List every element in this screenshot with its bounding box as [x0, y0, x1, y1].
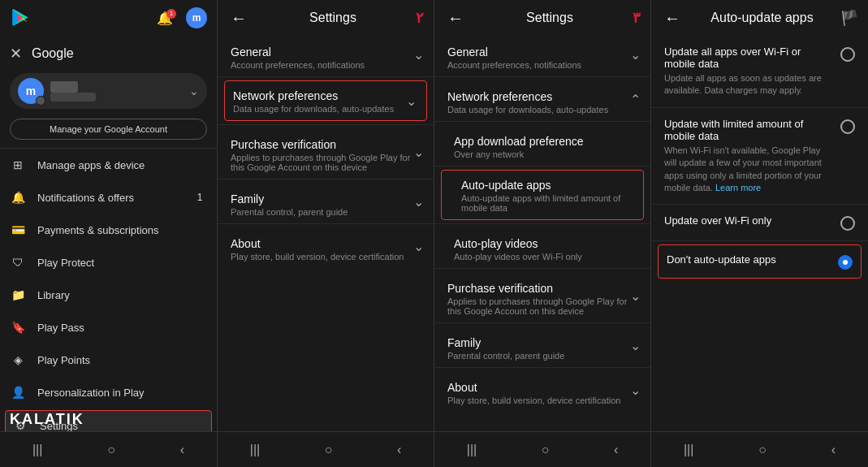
account-chevron-icon: ⌄	[189, 84, 199, 97]
divider	[434, 268, 650, 269]
panel4-bottom-nav: ||| ○ ‹	[651, 431, 868, 467]
option-dont-update[interactable]: Don't auto-update apps	[658, 244, 862, 279]
menu-label: Payments & subscriptions	[37, 224, 207, 236]
nav-home-button[interactable]: ○	[745, 436, 779, 464]
menu-label: Play Protect	[37, 257, 207, 269]
menu-item-library[interactable]: 📁 Library	[0, 279, 217, 311]
nav-back-button[interactable]: ‹	[601, 436, 631, 464]
chevron-down-icon: ⌄	[413, 47, 424, 63]
chevron-down-icon: ⌄	[630, 338, 641, 353]
section-subtitle: Parental control, parent guide	[231, 207, 421, 217]
menu-item-manage-apps[interactable]: ⊞ Manage apps & device	[0, 149, 217, 181]
menu-item-play-pass[interactable]: 🔖 Play Pass	[0, 311, 217, 344]
back-button[interactable]: ←	[444, 6, 467, 31]
panel-google-sidebar: 🔔 1 m ✕ Google m •••••••• ••••••••••••••…	[0, 0, 218, 467]
flag-icon: ۳	[633, 9, 641, 27]
nav-back-button[interactable]: ‹	[167, 436, 197, 464]
back-button[interactable]: ←	[661, 6, 684, 31]
section-family[interactable]: Family Parental control, parent guide ⌄	[218, 183, 434, 220]
section-title: Network preferences	[447, 90, 637, 103]
radio-text: Don't auto-update apps	[667, 253, 830, 266]
panel-settings-main: ← Settings ۲ General Account preferences…	[218, 0, 434, 467]
menu-item-personalization[interactable]: 👤 Personalization in Play	[0, 376, 217, 409]
nav-menu-button[interactable]: |||	[237, 436, 273, 464]
radio-row: Update over Wi-Fi only	[664, 214, 855, 231]
section-general[interactable]: General Account preferences, notificatio…	[434, 36, 650, 73]
section-title: Family	[231, 192, 421, 205]
settings-title: Settings	[250, 11, 416, 25]
nav-menu-button[interactable]: |||	[671, 436, 706, 464]
section-title: About	[231, 237, 421, 250]
panel-title: Google	[32, 46, 74, 61]
section-general[interactable]: General Account preferences, notificatio…	[218, 36, 434, 73]
menu-item-notifications[interactable]: 🔔 Notifications & offers 1	[0, 181, 217, 214]
nav-back-button[interactable]: ‹	[818, 436, 849, 464]
section-autoplay[interactable]: Auto-play videos Auto-play videos over W…	[434, 227, 650, 265]
settings-top-bar: ← Settings ۳	[434, 0, 650, 36]
settings-sections: General Account preferences, notificatio…	[218, 36, 434, 467]
chevron-up-icon: ⌃	[630, 92, 641, 107]
section-subtitle: Over any network	[454, 149, 637, 159]
section-subtitle: Account preferences, notifications	[231, 60, 421, 70]
radio-circle[interactable]	[840, 216, 855, 231]
nav-menu-button[interactable]: |||	[454, 436, 490, 464]
flag-icon: 🏴	[840, 9, 858, 27]
settings-title: Settings	[467, 11, 633, 25]
nav-home-button[interactable]: ○	[312, 436, 346, 464]
radio-row: Update with limited amount of mobile dat…	[664, 118, 855, 195]
option-title: Update with limited amount of mobile dat…	[664, 118, 832, 142]
nav-home-button[interactable]: ○	[94, 436, 128, 464]
settings-sections: General Account preferences, notificatio…	[434, 36, 650, 467]
option-subtitle: Update all apps as soon as updates are a…	[664, 72, 832, 97]
divider	[434, 76, 650, 77]
nav-menu-button[interactable]: |||	[19, 436, 55, 464]
bookmark-icon: 🔖	[10, 319, 26, 335]
chevron-down-icon: ⌄	[406, 93, 417, 109]
option-wifi-or-mobile[interactable]: Update all apps over Wi-Fi or mobile dat…	[651, 36, 868, 108]
option-limited-mobile[interactable]: Update with limited amount of mobile dat…	[651, 108, 868, 205]
section-subtitle: Account preferences, notifications	[447, 60, 637, 70]
manage-account-button[interactable]: Manage your Google Account	[10, 119, 207, 140]
chevron-down-icon: ⌄	[413, 145, 424, 160]
chevron-down-icon: ⌄	[630, 47, 641, 63]
menu-label: Play Pass	[37, 322, 207, 334]
section-app-download[interactable]: App download preference Over any network	[434, 125, 650, 162]
option-wifi-only[interactable]: Update over Wi-Fi only	[651, 205, 868, 241]
section-auto-update[interactable]: Auto-update apps Auto-update apps with l…	[441, 170, 644, 220]
back-button[interactable]: ←	[227, 6, 250, 31]
section-about[interactable]: About Play store, build version, device …	[218, 227, 434, 265]
panel2-bottom-nav: ||| ○ ‹	[218, 431, 434, 467]
learn-more-link[interactable]: Learn more	[715, 183, 761, 192]
section-title: Network preferences	[233, 89, 418, 102]
nav-home-button[interactable]: ○	[529, 436, 563, 464]
section-title: General	[231, 45, 421, 58]
section-purchase[interactable]: Purchase verification Applies to purchas…	[218, 128, 434, 175]
menu-label: Notifications & offers	[37, 192, 192, 204]
section-purchase[interactable]: Purchase verification Applies to purchas…	[434, 272, 650, 319]
divider	[218, 124, 434, 125]
section-subtitle: Applies to purchases through Google Play…	[447, 296, 637, 316]
radio-circle-selected[interactable]	[838, 255, 853, 270]
menu-item-payments[interactable]: 💳 Payments & subscriptions	[0, 214, 217, 246]
close-button[interactable]: ✕	[10, 45, 22, 63]
account-row[interactable]: m •••••••• •••••••••••••••• ⌄	[10, 73, 207, 109]
radio-row: Update all apps over Wi-Fi or mobile dat…	[664, 45, 855, 97]
section-network[interactable]: Network preferences Data usage for downl…	[434, 80, 650, 118]
account-name: ••••••••	[50, 81, 189, 93]
radio-circle[interactable]	[840, 47, 855, 62]
section-family[interactable]: Family Parental control, parent guide ⌄	[434, 326, 650, 364]
radio-text: Update all apps over Wi-Fi or mobile dat…	[664, 45, 832, 97]
section-title: Auto-update apps	[461, 179, 635, 192]
radio-circle[interactable]	[840, 119, 855, 134]
menu-item-play-protect[interactable]: 🛡 Play Protect	[0, 246, 217, 279]
section-title: About	[447, 381, 637, 394]
menu-item-play-points[interactable]: ◈ Play Points	[0, 344, 217, 376]
nav-back-button[interactable]: ‹	[384, 436, 414, 464]
section-about[interactable]: About Play store, build version, device …	[434, 371, 650, 409]
kalatik-brand: KALATIK	[10, 411, 84, 428]
chevron-down-icon: ⌄	[630, 383, 641, 398]
p1-top-bar: 🔔 1 m	[0, 0, 217, 36]
section-network[interactable]: Network preferences Data usage for downl…	[224, 80, 427, 121]
chevron-down-icon: ⌄	[413, 239, 424, 254]
avatar[interactable]: m	[186, 7, 207, 28]
